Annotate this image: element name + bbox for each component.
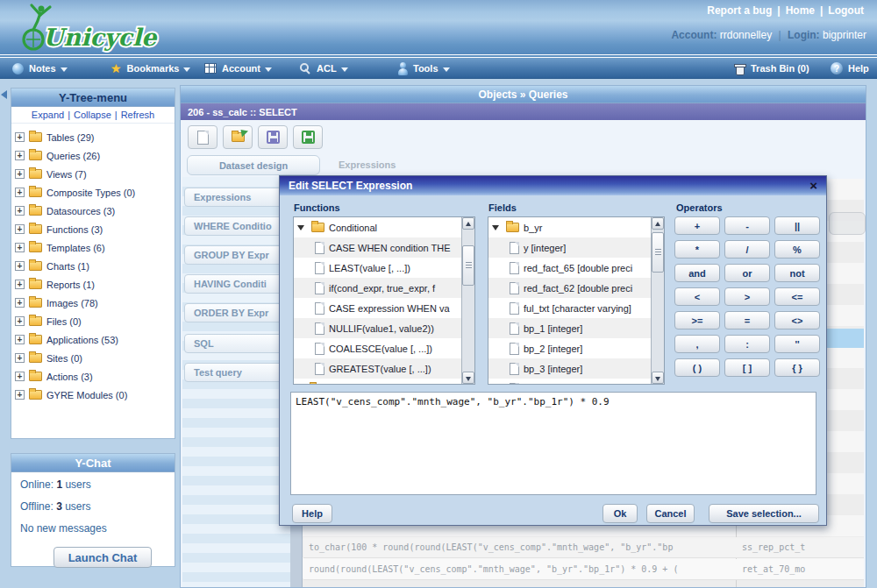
save-selection-button[interactable]: Save selection...: [709, 504, 819, 523]
tree-expander-icon[interactable]: +: [15, 298, 25, 308]
fields-scrollbar[interactable]: [651, 217, 664, 384]
function-item[interactable]: GREATEST(value [, ...]): [294, 358, 461, 379]
function-item[interactable]: COALESCE(value [, ...]): [294, 338, 461, 358]
tab-dataset-design[interactable]: Dataset design: [187, 155, 320, 175]
sidebar-item-applications[interactable]: +Applications (53): [15, 330, 171, 349]
save-as-query-button[interactable]: [293, 125, 323, 149]
sidebar-item-charts[interactable]: +Charts (1): [15, 257, 171, 275]
field-item[interactable]: bp_3 [integer]: [488, 358, 651, 379]
operator-button[interactable]: ( ): [674, 358, 720, 377]
tree-expander-icon[interactable]: +: [15, 280, 25, 289]
report-a-bug-link[interactable]: Report a bug: [707, 4, 772, 17]
tree-expander-icon[interactable]: +: [15, 353, 25, 363]
launch-chat-button[interactable]: Launch Chat: [53, 547, 152, 568]
function-item[interactable]: LEAST(value [, ...]): [294, 258, 461, 278]
home-link[interactable]: Home: [786, 4, 815, 17]
field-item[interactable]: bp_1r [integer]: [488, 379, 651, 384]
cancel-button[interactable]: Cancel: [646, 504, 695, 523]
function-item[interactable]: CASE expression WHEN va: [294, 298, 461, 318]
operator-button[interactable]: or: [724, 264, 770, 282]
sidebar-item-views[interactable]: +Views (7): [15, 165, 171, 183]
expand-link[interactable]: Expand: [32, 110, 64, 120]
operator-button[interactable]: =: [724, 311, 770, 329]
operator-button[interactable]: [ ]: [724, 358, 770, 377]
sidebar-item-queries[interactable]: +Queries (26): [15, 146, 171, 165]
nav-account[interactable]: Account: [204, 58, 272, 79]
scroll-up-icon[interactable]: [652, 217, 664, 230]
scrollbar-thumb[interactable]: [652, 232, 664, 273]
operator-button[interactable]: :: [724, 335, 770, 353]
sidebar-item-functions[interactable]: +Functions (3): [15, 220, 171, 238]
tree-expander-icon[interactable]: +: [15, 390, 25, 400]
tree-expander-icon[interactable]: +: [15, 151, 25, 160]
functions-scrollbar[interactable]: [461, 217, 474, 384]
sidebar-item-composite-types[interactable]: +Composite Types (0): [15, 183, 171, 202]
refresh-link[interactable]: Refresh: [121, 110, 155, 120]
new-query-button[interactable]: [188, 125, 217, 149]
nav-tools[interactable]: Tools: [397, 58, 450, 79]
expression-row[interactable]: to_char(100 * round(round(LEAST("v_cens_…: [303, 537, 864, 558]
operator-button[interactable]: >: [724, 287, 770, 306]
operator-button[interactable]: +: [674, 216, 720, 235]
scroll-down-icon[interactable]: [652, 372, 664, 384]
tree-expander-icon[interactable]: +: [15, 224, 25, 234]
function-item[interactable]: if(cond_expr, true_expr, f: [294, 278, 461, 298]
tree-expander-icon[interactable]: +: [15, 372, 25, 381]
sidebar-item-datasources[interactable]: +Datasources (3): [15, 202, 171, 220]
sidebar-item-actions[interactable]: +Actions (3): [15, 367, 171, 386]
sidebar-item-images[interactable]: +Images (78): [15, 294, 171, 312]
field-item[interactable]: ful_txt [character varying]: [488, 298, 651, 318]
tree-expander-icon[interactable]: +: [15, 335, 25, 344]
scrollbar-thumb[interactable]: [462, 245, 474, 286]
help-button[interactable]: Help: [292, 504, 332, 523]
sidebar-item-files[interactable]: +Files (0): [15, 312, 171, 330]
sidebar-item-sites[interactable]: +Sites (0): [15, 349, 171, 367]
expression-input[interactable]: LEAST("v_cens_comp"."mnth_wage", "b_yr".…: [290, 392, 816, 495]
collapse-triangle-icon[interactable]: [297, 225, 304, 230]
function-folder-row[interactable]: Container: [294, 379, 461, 384]
close-icon[interactable]: ×: [809, 180, 817, 192]
field-item[interactable]: bp_2 [integer]: [488, 338, 651, 358]
tree-expander-icon[interactable]: +: [15, 316, 25, 326]
scroll-up-icon[interactable]: [462, 217, 474, 230]
field-item[interactable]: bp_1 [integer]: [488, 318, 651, 338]
collapse-triangle-icon[interactable]: [492, 225, 499, 230]
scroll-down-icon[interactable]: [462, 372, 474, 384]
operator-button[interactable]: and: [674, 264, 720, 282]
operator-button[interactable]: >=: [674, 311, 720, 329]
tree-expander-icon[interactable]: +: [15, 132, 25, 142]
operator-button[interactable]: *: [674, 240, 720, 259]
operator-button[interactable]: <=: [774, 287, 820, 306]
tree-expander-icon[interactable]: +: [15, 188, 25, 197]
operator-button[interactable]: { }: [774, 358, 820, 377]
operator-button[interactable]: ,: [674, 335, 720, 353]
function-item[interactable]: CASE WHEN condition THE: [294, 237, 461, 258]
operator-button[interactable]: ||: [774, 216, 820, 235]
ok-button[interactable]: Ok: [602, 504, 638, 523]
operator-button[interactable]: '': [774, 335, 820, 353]
tree-expander-icon[interactable]: +: [15, 169, 25, 179]
sidebar-item-reports[interactable]: +Reports (1): [15, 275, 171, 294]
sidebar-item-gyre-modules[interactable]: +GYRE Modules (0): [15, 386, 171, 404]
operator-button[interactable]: -: [724, 216, 770, 235]
function-item[interactable]: NULLIF(value1, value2)): [294, 318, 461, 338]
field-item[interactable]: red_fact_62 [double preci: [488, 278, 651, 298]
collapse-link[interactable]: Collapse: [74, 110, 111, 120]
function-folder-row[interactable]: Conditional: [294, 217, 461, 237]
nav-acl[interactable]: ACL: [299, 58, 348, 79]
field-item[interactable]: red_fact_65 [double preci: [488, 258, 651, 278]
open-query-button[interactable]: [223, 125, 253, 149]
sidebar-item-templates[interactable]: +Templates (6): [15, 238, 171, 257]
operator-button[interactable]: not: [774, 264, 820, 282]
nav-help[interactable]: ? Help: [831, 58, 869, 79]
nav-notes[interactable]: Notes: [12, 58, 68, 79]
expression-row[interactable]: round(round(LEAST("v_cens_comp"."mnth_wa…: [303, 559, 864, 580]
operator-button[interactable]: <: [674, 287, 720, 306]
operator-button[interactable]: <>: [774, 311, 820, 329]
tree-expander-icon[interactable]: +: [15, 243, 25, 252]
logout-link[interactable]: Logout: [828, 4, 864, 17]
save-query-button[interactable]: [258, 125, 288, 149]
tree-expander-icon[interactable]: +: [15, 206, 25, 216]
sidebar-item-tables[interactable]: +Tables (29): [15, 128, 171, 146]
nav-trash-bin[interactable]: Trash Bin (0): [734, 58, 809, 79]
